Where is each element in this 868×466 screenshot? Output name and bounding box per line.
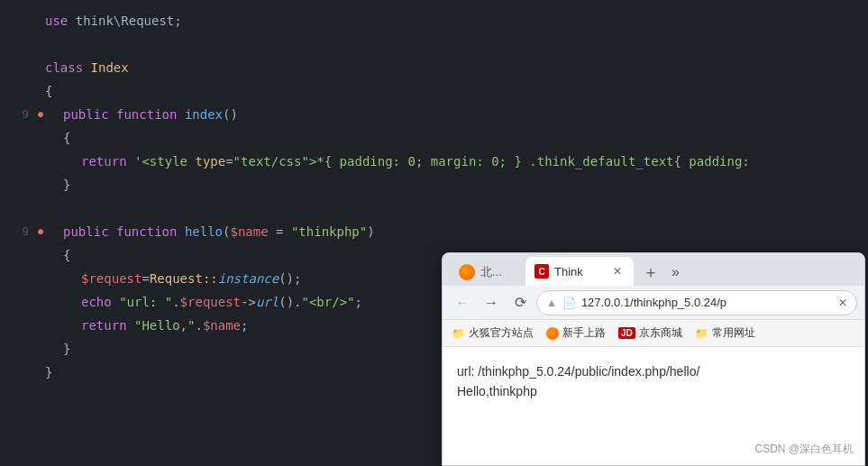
tab-close-button[interactable]: ✕ bbox=[610, 264, 625, 279]
bookmarks-bar: 📁 火狐官方站点 新手上路 JD 京东商城 📁 常用网址 bbox=[443, 320, 864, 347]
code-line: class Index bbox=[0, 56, 868, 79]
browser-window: 北... C Think ✕ ＋ » ← → ⟳ ▲ 📄 127.0.0.1/t… bbox=[442, 252, 865, 466]
bookmark-huhu[interactable]: 📁 火狐官方站点 bbox=[452, 325, 534, 341]
forward-button[interactable]: → bbox=[479, 290, 504, 315]
new-tab-button[interactable]: ＋ bbox=[637, 259, 664, 286]
folder-icon: 📁 bbox=[452, 327, 465, 340]
inactive-tab-label: 北... bbox=[480, 264, 502, 280]
code-line: use think\Request; bbox=[0, 9, 868, 32]
code-line: 9 ● public function index() bbox=[0, 103, 868, 126]
code-line: } bbox=[0, 173, 868, 196]
code-line bbox=[0, 196, 868, 220]
code-line bbox=[0, 32, 868, 56]
address-close-icon[interactable]: ✕ bbox=[838, 297, 847, 309]
firefox-small-icon bbox=[546, 326, 559, 340]
browser-toolbar: ← → ⟳ ▲ 📄 127.0.0.1/thinkphp_5.0.24/p ✕ bbox=[443, 286, 864, 320]
active-tab-label: Think bbox=[554, 265, 583, 279]
browser-page-content: url: /thinkphp_5.0.24/public/index.php/h… bbox=[443, 347, 864, 465]
code-line: return '<style type="text/css">*{ paddin… bbox=[0, 150, 868, 173]
bookmark-jd[interactable]: JD 京东商城 bbox=[618, 325, 682, 341]
code-line: { bbox=[0, 126, 868, 150]
bookmark-common[interactable]: 📁 常用网址 bbox=[695, 325, 755, 341]
tab-favicon-icon: C bbox=[535, 264, 549, 279]
tab-overflow-button[interactable]: » bbox=[668, 259, 683, 286]
watermark-text: CSDN @深白色耳机 bbox=[754, 441, 854, 458]
shield-icon: ▲ bbox=[546, 297, 557, 309]
code-line: { bbox=[0, 79, 868, 103]
folder-icon2: 📁 bbox=[695, 327, 708, 340]
address-bar[interactable]: ▲ 📄 127.0.0.1/thinkphp_5.0.24/p ✕ bbox=[536, 290, 857, 315]
browser-tabs-bar: 北... C Think ✕ ＋ » bbox=[443, 253, 864, 286]
code-line: 9 ● public function hello($name = "think… bbox=[0, 220, 868, 243]
bookmark-newbie[interactable]: 新手上路 bbox=[546, 325, 606, 341]
firefox-logo-icon bbox=[459, 264, 475, 280]
content-line2: Hello,thinkphp bbox=[457, 381, 850, 401]
bookmark-common-label: 常用网址 bbox=[712, 325, 755, 341]
browser-tab-active[interactable]: C Think ✕ bbox=[525, 257, 634, 286]
browser-tab-inactive[interactable]: 北... bbox=[450, 259, 522, 286]
page-icon: 📄 bbox=[562, 297, 576, 309]
content-line1: url: /thinkphp_5.0.24/public/index.php/h… bbox=[457, 361, 850, 381]
bookmark-huhu-label: 火狐官方站点 bbox=[469, 325, 534, 341]
back-button[interactable]: ← bbox=[450, 290, 475, 315]
bookmark-newbie-label: 新手上路 bbox=[562, 325, 606, 341]
jd-icon: JD bbox=[618, 327, 635, 339]
refresh-button[interactable]: ⟳ bbox=[507, 290, 533, 315]
address-text: 127.0.0.1/thinkphp_5.0.24/p bbox=[581, 296, 833, 309]
bookmark-jd-label: 京东商城 bbox=[639, 325, 682, 341]
